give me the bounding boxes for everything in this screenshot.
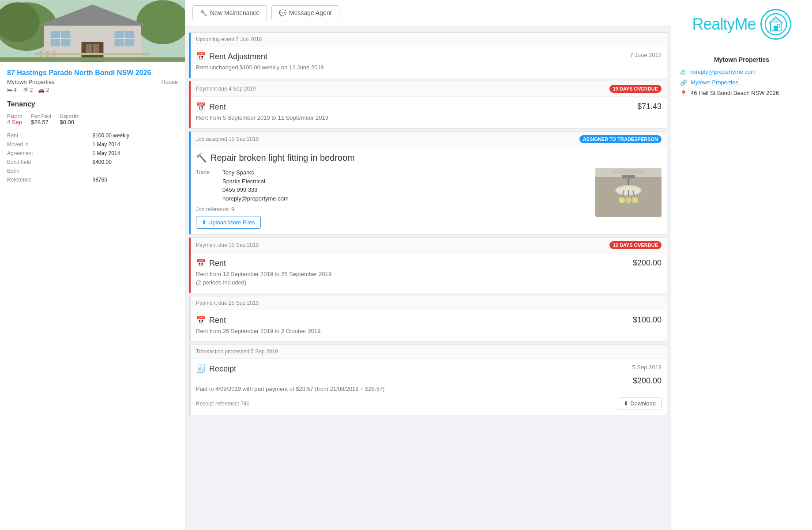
beds-feature: 🛏 4 (7, 87, 17, 93)
receipt-date: 5 Sep 2019 (632, 364, 662, 371)
svg-point-27 (619, 197, 625, 203)
beds-count: 4 (14, 87, 17, 93)
svg-rect-8 (93, 44, 99, 53)
baths-feature: 🚿 2 (22, 87, 33, 93)
receipt-amount: $200.00 (633, 376, 662, 386)
agency-name: Mytown Properties (7, 79, 55, 85)
property-info: 87 Hastings Parade North Bondi NSW 2026 … (0, 62, 185, 100)
upload-icon: ⬆ (202, 219, 207, 226)
agreement-label: Agreement (7, 150, 93, 156)
trade-row: Trade Tony Sparks Sparks Electrical 0455… (196, 168, 590, 203)
trade-phone: 0455 999 333 (222, 186, 289, 194)
event-subtitle-4: Rent from 12 September 2019 to 25 Septem… (196, 271, 662, 277)
svg-rect-19 (0, 57, 185, 62)
calendar-icon-5: 📅 (196, 315, 206, 325)
agency-info: Mytown Properties @ noreply@propertyme.c… (680, 49, 803, 107)
trade-name: Tony Sparks (222, 168, 289, 177)
event-body-3: 🔨 Repair broken light fitting in bedroom… (191, 147, 667, 234)
event-title-4: 📅 Rent (196, 258, 226, 268)
download-button[interactable]: ⬇ Download (618, 398, 662, 409)
tenancy-section: Tenancy Paid to 4 Sep Part Paid $28.57 D… (0, 100, 185, 190)
reference-value: 98765 (93, 177, 178, 183)
location-icon: 📍 (680, 90, 687, 97)
event-title-row-2: 📅 Rent $71.43 (196, 102, 662, 112)
event-title-6: 🧾 Receipt (196, 364, 236, 374)
property-photo (0, 0, 185, 62)
event-header-label-1: Upcoming event 7 Jun 2018 (196, 36, 262, 42)
logo-text: RealtyMe (692, 15, 756, 34)
bank-label: Bank (7, 168, 93, 174)
event-title-row-5: 📅 Rent $100.00 (196, 315, 662, 325)
event-amount-4: $200.00 (633, 258, 662, 268)
email-text: noreply@propertyme.com (689, 68, 756, 75)
svg-rect-15 (35, 53, 150, 55)
bed-icon: 🛏 (7, 87, 12, 93)
event-header-5: Payment due 25 Sep 2019 (191, 296, 667, 310)
bath-icon: 🚿 (22, 87, 29, 93)
svg-marker-35 (769, 17, 782, 23)
svg-rect-7 (86, 44, 92, 53)
event-header-3: Job assigned 11 Sep 2019 ASSIGNED TO TRA… (191, 132, 667, 147)
rent-value: $100.00 weekly (93, 132, 178, 139)
chat-icon: 💬 (279, 9, 286, 16)
svg-point-29 (625, 197, 632, 203)
contact-email: @ noreply@propertyme.com (680, 68, 803, 76)
agreement-value: 1 May 2014 (93, 150, 178, 156)
message-agent-button[interactable]: 💬 Message Agent (271, 5, 339, 20)
deposits-label: Deposits (60, 114, 79, 119)
event-subtitle-2: Rent from 5 September 2019 to 11 Septemb… (196, 114, 662, 121)
address-text: 46 Hall St Bondi Beach NSW 2026 (691, 90, 779, 96)
agency-name-panel: Mytown Properties (680, 56, 803, 63)
rent-label: Rent (7, 132, 93, 139)
receipt-icon: 🧾 (196, 364, 206, 374)
maintenance-image (595, 168, 662, 217)
svg-point-32 (611, 169, 646, 174)
left-panel: 87 Hastings Parade North Bondi NSW 2026 … (0, 0, 185, 530)
tenancy-details: Rent $100.00 weekly Moved in 1 May 2014 … (7, 132, 178, 183)
upload-files-button[interactable]: ⬆ Upload More Files (196, 216, 261, 229)
part-paid-item: Part Paid $28.57 (31, 114, 51, 125)
property-agency-row: Mytown Properties House (7, 79, 178, 85)
top-bar: 🔧 New Maintenance 💬 Message Agent (185, 0, 671, 26)
event-title-2: 📅 Rent (196, 102, 226, 112)
receipt-footer: Receipt reference: 740 ⬇ Download (196, 394, 662, 409)
cars-count: 2 (46, 87, 49, 93)
maintenance-info: Trade Tony Sparks Sparks Electrical 0455… (196, 168, 590, 229)
property-features: 🛏 4 🚿 2 🚗 2 (7, 87, 178, 93)
event-amount-5: $100.00 (633, 315, 662, 325)
right-panel: RealtyMe Mytown Pr (671, 0, 812, 530)
moved-in-label: Moved in (7, 141, 93, 148)
trade-email: noreply@propertyme.com (222, 194, 289, 203)
event-card-rent-sep25: Payment due 25 Sep 2019 📅 Rent $100.00 R… (189, 296, 667, 342)
receipt-ref: Receipt reference: 740 (196, 401, 249, 407)
event-card-rent-overdue-1: Payment due 4 Sep 2019 19 DAYS OVERDUE 📅… (189, 81, 667, 129)
event-header-6: Transaction processed 5 Sep 2019 (191, 345, 667, 359)
tenancy-summary: Paid to 4 Sep Part Paid $28.57 Deposits … (7, 114, 178, 125)
new-maintenance-button[interactable]: 🔧 New Maintenance (192, 5, 267, 20)
paid-to-value: 4 Sep (7, 119, 22, 125)
event-body-4: 📅 Rent $200.00 Rent from 12 September 20… (191, 253, 667, 293)
receipt-desc: Paid to 4/09/2019 with part payment of $… (196, 386, 662, 392)
paid-to-item: Paid to 4 Sep (7, 114, 22, 125)
bond-held-value: $400.00 (93, 159, 178, 165)
event-title-row-6: 🧾 Receipt 5 Sep 2019 (196, 364, 662, 374)
event-title-5: 📅 Rent (196, 315, 226, 325)
email-icon: @ (680, 69, 686, 76)
event-card-maintenance: Job assigned 11 Sep 2019 ASSIGNED TO TRA… (189, 131, 667, 235)
bank-value (93, 168, 178, 174)
event-subtitle-1: Rent unchanged $100.00 weekly on 12 June… (196, 64, 662, 71)
contact-website: 🔗 Mytown Properties (680, 79, 803, 86)
deposits-value: $0.00 (60, 119, 79, 125)
car-icon: 🚗 (38, 87, 45, 93)
event-date-1: 7 June 2018 (630, 52, 662, 58)
trade-details: Tony Sparks Sparks Electrical 0455 999 3… (222, 168, 289, 203)
download-icon: ⬇ (624, 400, 628, 407)
property-type: House (161, 79, 178, 85)
event-subtitle-5: Rent from 26 September 2019 to 2 October… (196, 328, 662, 334)
calendar-icon-1: 📅 (196, 52, 206, 61)
event-body-2: 📅 Rent $71.43 Rent from 5 September 2019… (191, 97, 667, 128)
contact-address: 📍 46 Hall St Bondi Beach NSW 2026 (680, 90, 803, 97)
event-header-label-5: Payment due 25 Sep 2019 (196, 300, 259, 306)
calendar-icon-2: 📅 (196, 102, 206, 112)
tenancy-title: Tenancy (7, 100, 178, 108)
